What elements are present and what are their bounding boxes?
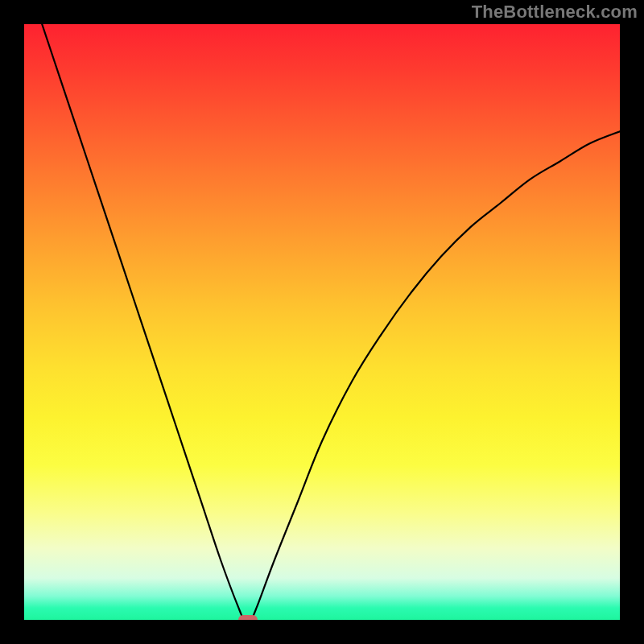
chart-frame: TheBottleneck.com [0, 0, 644, 644]
optimal-marker [238, 615, 258, 620]
attribution-label: TheBottleneck.com [472, 2, 638, 23]
plot-area [24, 24, 620, 620]
bottleneck-curve [24, 24, 620, 620]
